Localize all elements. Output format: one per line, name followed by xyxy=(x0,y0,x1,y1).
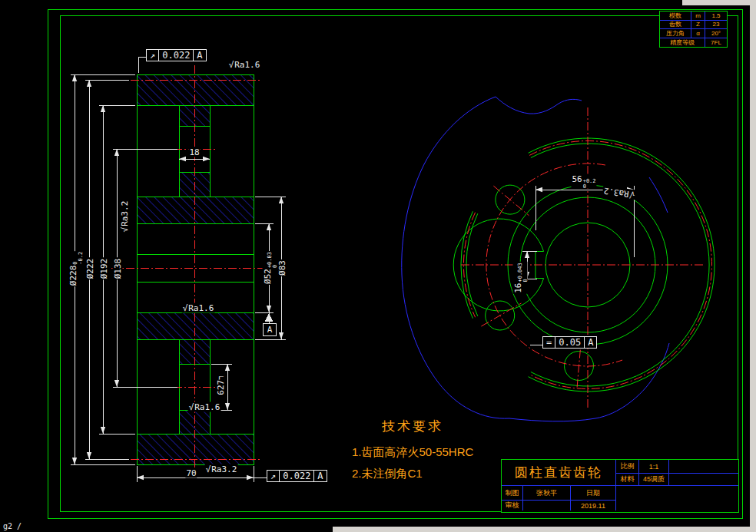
param-name: 齿数 xyxy=(660,21,691,30)
param-name: 压力角 xyxy=(660,29,691,38)
surface-check-icon: √ xyxy=(189,402,194,412)
datum-a-box: A xyxy=(263,323,277,336)
circular-runout-icon: ↗ xyxy=(147,50,159,61)
surface-check-icon: √ xyxy=(229,60,234,70)
dim-face-width: 70 xyxy=(185,468,197,478)
material-value: 45调质 xyxy=(639,474,669,486)
tech-req-item-2: 2.未注倒角C1 xyxy=(352,467,423,481)
surface-check-icon: √ xyxy=(183,303,188,313)
param-symbol: m xyxy=(691,12,705,21)
statusbar-remnant xyxy=(333,527,756,532)
drawn-by-name: 张秋平 xyxy=(523,486,571,501)
material-label: 材料 xyxy=(616,474,639,486)
surface-finish-ra16-bore: √Ra1.6 xyxy=(182,303,215,313)
dim-dia192: Ø192 xyxy=(99,258,109,280)
param-symbol: α xyxy=(691,29,705,38)
symmetry-datum: A xyxy=(585,337,596,348)
surface-check-icon: √ xyxy=(206,464,211,474)
runout-datum: A xyxy=(314,471,326,481)
param-value: 23 xyxy=(705,21,727,30)
dim-web-width: 18 xyxy=(188,147,200,157)
gear-parameter-table: 模数 m 1.5 齿数 Z 23 压力角 α 20° 精度等级 7FL xyxy=(659,11,728,48)
param-value: 20° xyxy=(705,29,727,38)
symmetry-icon: = xyxy=(543,337,555,348)
empty-cell xyxy=(669,460,738,474)
dim-dia138: Ø138 xyxy=(113,258,123,280)
param-name: 精度等级 xyxy=(660,38,705,48)
drawing-title: 圆柱直齿齿轮 xyxy=(502,460,616,486)
param-value: 1.5 xyxy=(705,12,727,21)
runout-frame-top: ↗ 0.022 A xyxy=(146,49,207,61)
surface-finish-ra16-hole: √Ra1.6 xyxy=(188,402,221,412)
surface-finish-ra32-bottom: √Ra3.2 xyxy=(205,464,238,474)
title-block: 圆柱直齿齿轮 比例 1:1 材料 45调质 制图 张秋平 日期 审核 2019.… xyxy=(501,459,739,513)
date-label: 日期 xyxy=(571,486,616,501)
cad-window: Ø2280-0.2 Ø222 Ø192 Ø138 18 Ø52+0.030 Ø8… xyxy=(0,0,756,532)
dim-dia228: Ø2280-0.2 xyxy=(68,251,83,286)
symmetry-frame: = 0.05 A xyxy=(542,336,597,349)
drawn-by-label: 制图 xyxy=(502,486,523,501)
surface-finish-ra32-left: √Ra3.2 xyxy=(120,200,130,233)
surface-finish-ra16-top: √Ra1.6 xyxy=(228,60,261,70)
param-value: 7FL xyxy=(705,38,727,48)
date-value: 2019.11 xyxy=(571,501,616,511)
scale-label: 比例 xyxy=(616,460,639,474)
right-scrollbar[interactable] xyxy=(750,0,756,532)
empty-cell xyxy=(523,501,571,511)
circular-runout-icon: ↗ xyxy=(267,471,280,481)
param-symbol: Z xyxy=(691,21,705,30)
dim-bore: Ø52+0.030 xyxy=(263,251,277,285)
right-view-centerlines xyxy=(461,107,712,408)
runout-frame-bottom: ↗ 0.022 A xyxy=(267,470,327,482)
surface-check-icon: √ xyxy=(629,189,635,200)
surface-check-icon: √ xyxy=(120,227,130,233)
empty-cell xyxy=(616,486,738,511)
runout-value: 0.022 xyxy=(159,50,194,61)
dim-bolt-holes: 6ר27 xyxy=(216,375,226,395)
runout-value: 0.022 xyxy=(280,471,314,481)
dim-hub: Ø83 xyxy=(277,259,287,276)
scale-value: 1:1 xyxy=(639,460,669,474)
tech-req-item-1: 1.齿面高淬火50-55HRC xyxy=(352,445,473,460)
empty-cell xyxy=(669,474,738,486)
dim-keyway-depth: 56+0.20 xyxy=(571,174,596,189)
symmetry-value: 0.05 xyxy=(555,337,585,348)
titlebar-remnant xyxy=(682,0,756,5)
dim-keyway-width: 16+0.0430 xyxy=(513,262,528,294)
runout-datum: A xyxy=(194,50,205,61)
checked-label: 审核 xyxy=(502,501,523,511)
param-name: 模数 xyxy=(660,12,691,21)
dim-dia222: Ø222 xyxy=(85,258,95,280)
tech-req-title: 技术要求 xyxy=(382,418,443,435)
command-line[interactable]: g2 / xyxy=(0,520,336,532)
